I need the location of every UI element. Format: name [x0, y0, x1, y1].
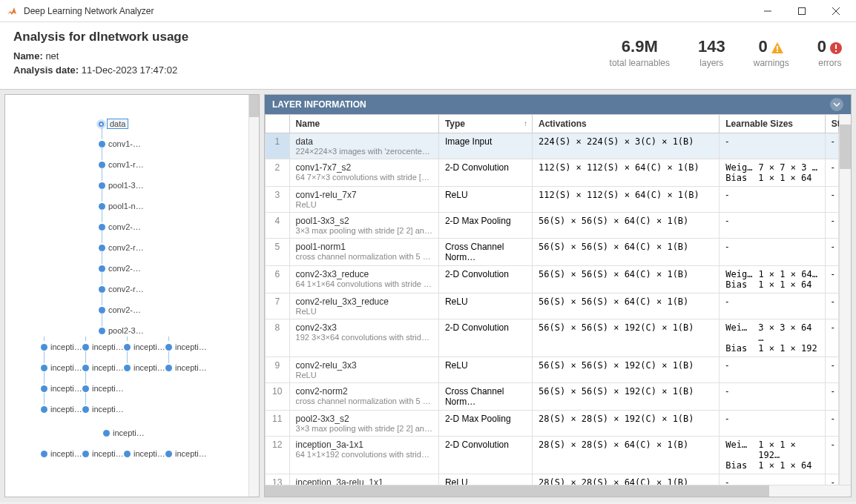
page-title: Analysis for dlnetwork usage: [13, 30, 188, 44]
row-index: 13: [266, 474, 290, 485]
table-row[interactable]: 2 conv1-7x7_s264 7×7×3 convolutions with…: [266, 159, 839, 187]
chevron-down-icon[interactable]: [830, 98, 843, 111]
graph-node[interactable]: inceptio…: [82, 363, 128, 372]
graph-node[interactable]: inceptio…: [41, 342, 86, 351]
node-label: inceptio…: [175, 363, 211, 372]
cell-name: conv2-3x3_reduce64 1×1×64 convolutions w…: [289, 266, 438, 294]
cell-name: conv1-relu_7x7ReLU: [289, 187, 438, 213]
network-graph-panel[interactable]: dataconv1-…conv1-r…pool1-3…pool1-n…conv2…: [4, 94, 260, 497]
graph-edge: [168, 351, 169, 363]
table-row[interactable]: 12 inception_3a-1x164 1×1×192 convolutio…: [266, 437, 839, 474]
stat-errors: 0 errors: [817, 37, 843, 68]
cell-activations: 56(S) × 56(S) × 64(C) × 1(B): [533, 213, 720, 239]
graph-node[interactable]: inceptio…: [41, 363, 86, 372]
graph-node[interactable]: pool1-3…: [99, 181, 144, 190]
graph-node[interactable]: inceptio…: [82, 405, 128, 414]
node-dot-icon: [82, 451, 89, 457]
cell-type: 2-D Convolution: [438, 437, 532, 474]
col-activations[interactable]: Activations: [533, 115, 720, 133]
table-row[interactable]: 11 pool2-3x3_s23×3 max pooling with stri…: [266, 411, 839, 437]
minimize-button[interactable]: [751, 0, 785, 22]
sort-arrow-icon[interactable]: ↑: [524, 119, 527, 127]
cell-learnable: -: [720, 187, 825, 213]
cell-learnable: Weig…3 × 3 × 64 …Bias1 × 1 × 192: [720, 319, 825, 357]
col-type[interactable]: Type↑: [438, 115, 532, 133]
graph-edge: [44, 351, 45, 363]
close-button[interactable]: [819, 0, 853, 22]
graph-node[interactable]: inceptio…: [41, 405, 86, 414]
graph-node[interactable]: inceptio…: [165, 363, 211, 372]
cell-type: Image Input: [438, 133, 532, 159]
cell-activations: 56(S) × 56(S) × 64(C) × 1(B): [533, 294, 720, 319]
graph-node[interactable]: inceptio…: [124, 449, 169, 458]
table-row[interactable]: 13 inception_3a-relu_1x1 ReLU 28(S) × 28…: [266, 474, 839, 485]
cell-activations: 112(S) × 112(S) × 64(C) × 1(B): [533, 187, 720, 213]
graph-edge: [102, 271, 102, 285]
table-scrollbar-vertical[interactable]: [839, 114, 851, 485]
analysis-date: Analysis date: 11-Dec-2023 17:47:02: [13, 64, 188, 76]
graph-node[interactable]: conv2-r…: [99, 285, 144, 294]
graph-node[interactable]: inceptio…: [82, 384, 128, 393]
col-name[interactable]: Name: [289, 115, 438, 133]
table-row[interactable]: 6 conv2-3x3_reduce64 1×1×64 convolutions…: [266, 266, 839, 294]
graph-edge: [44, 393, 45, 405]
cell-st: -: [825, 383, 838, 411]
node-dot-icon: [41, 344, 47, 351]
graph-node[interactable]: inceptio…: [165, 342, 211, 351]
table-row[interactable]: 3 conv1-relu_7x7ReLU ReLU 112(S) × 112(S…: [266, 187, 839, 213]
graph-edge: [85, 372, 86, 384]
graph-node[interactable]: inceptio…: [124, 363, 169, 372]
layer-info-panel: LAYER INFORMATION Name Type↑ Activations…: [264, 94, 852, 497]
table-row[interactable]: 10 conv2-norm2cross channel normalizatio…: [266, 383, 839, 411]
col-st[interactable]: St: [825, 115, 838, 133]
graph-node[interactable]: inceptio…: [124, 342, 169, 351]
cell-learnable: -: [720, 133, 825, 159]
table-row[interactable]: 1 data224×224×3 images with 'zerocenter'…: [266, 133, 839, 159]
warning-icon: [771, 40, 784, 53]
graph-node[interactable]: inceptio…: [82, 342, 128, 351]
col-learnable[interactable]: Learnable Sizes: [720, 115, 825, 133]
cell-type: ReLU: [438, 294, 532, 319]
graph-node[interactable]: conv2-…: [99, 264, 141, 273]
table-row[interactable]: 7 conv2-relu_3x3_reduceReLU ReLU 56(S) ×…: [266, 294, 839, 319]
node-dot-icon: [165, 365, 172, 371]
row-index: 8: [266, 319, 290, 357]
cell-activations: 112(S) × 112(S) × 64(C) × 1(B): [533, 159, 720, 187]
graph-edge: [102, 168, 102, 181]
graph-node[interactable]: data: [99, 119, 128, 129]
graph-node[interactable]: conv2-r…: [99, 243, 144, 252]
cell-learnable: -: [720, 411, 825, 437]
maximize-button[interactable]: [785, 0, 819, 22]
graph-node[interactable]: inceptio…: [82, 449, 128, 458]
stat-warnings: 0 warnings: [754, 37, 789, 68]
graph-node[interactable]: pool1-n…: [99, 202, 144, 210]
graph-node[interactable]: inceptio…: [165, 449, 211, 458]
table-row[interactable]: 9 conv2-relu_3x3ReLU ReLU 56(S) × 56(S) …: [266, 357, 839, 383]
cell-st: -: [825, 266, 838, 294]
stat-learnables: 6.9M total learnables: [610, 37, 670, 68]
table-row[interactable]: 4 pool1-3x3_s23×3 max pooling with strid…: [266, 213, 839, 239]
graph-node[interactable]: conv2-…: [99, 305, 141, 314]
node-label: pool2-3…: [108, 326, 144, 335]
cell-name: pool2-3x3_s23×3 max pooling with stride …: [289, 411, 438, 437]
graph-node[interactable]: pool2-3…: [99, 326, 144, 335]
node-label: conv2-…: [108, 264, 141, 273]
graph-node[interactable]: conv1-…: [99, 139, 141, 148]
table-row[interactable]: 5 pool1-norm1cross channel normalization…: [266, 239, 839, 266]
graph-node[interactable]: conv2-…: [99, 222, 141, 231]
layer-table[interactable]: Name Type↑ Activations Learnable Sizes S…: [265, 114, 839, 485]
cell-name: inception_3a-1x164 1×1×192 convolutions …: [289, 437, 438, 474]
graph-node[interactable]: inceptio…: [41, 384, 86, 393]
col-index[interactable]: [266, 115, 290, 133]
graph-scrollbar[interactable]: [248, 95, 259, 497]
window-title: Deep Learning Network Analyzer: [24, 6, 751, 16]
table-row[interactable]: 8 conv2-3x3192 3×3×64 convolutions with …: [266, 319, 839, 357]
graph-edge: [127, 351, 128, 363]
layer-info-header[interactable]: LAYER INFORMATION: [265, 95, 851, 114]
table-scrollbar-horizontal[interactable]: [265, 485, 851, 497]
graph-node[interactable]: inceptio…: [103, 428, 148, 437]
cell-st: -: [825, 357, 838, 383]
cell-name: conv2-relu_3x3_reduceReLU: [289, 294, 438, 319]
graph-node[interactable]: conv1-r…: [99, 160, 144, 169]
graph-node[interactable]: inceptio…: [41, 449, 86, 458]
